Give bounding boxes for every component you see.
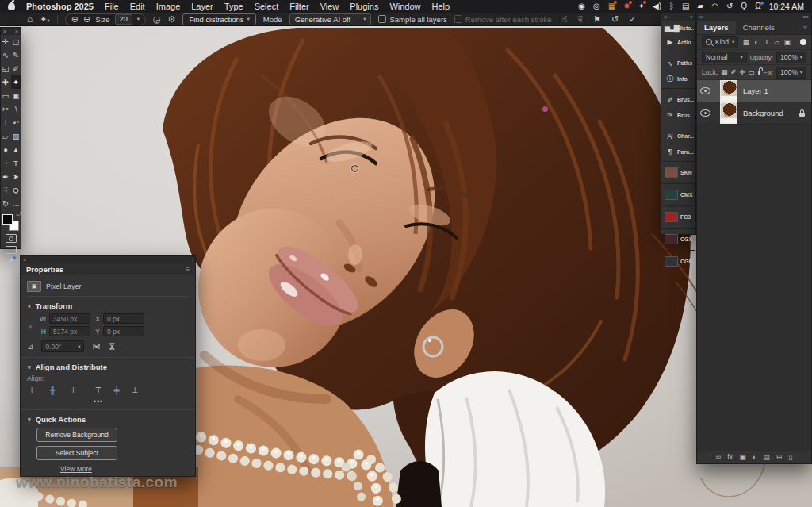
group-layers-icon[interactable]: ▤ bbox=[763, 454, 770, 461]
view-more-link[interactable]: View More bbox=[60, 465, 92, 473]
rotate-view-tool[interactable]: ↻ bbox=[1, 197, 11, 210]
paths-panel[interactable]: ∿ Paths bbox=[661, 52, 695, 71]
collapse-icon[interactable]: » bbox=[15, 29, 18, 34]
reset-icon[interactable]: ↺ bbox=[611, 14, 619, 25]
menu-item[interactable]: Plugins bbox=[350, 2, 378, 11]
more-tools[interactable]: … bbox=[11, 197, 21, 210]
swirl-app-icon[interactable]: ✹ bbox=[623, 2, 630, 10]
marquee-tool[interactable]: ▢ bbox=[11, 35, 21, 48]
menu-item[interactable]: Image bbox=[156, 2, 181, 11]
find-distractions-button[interactable]: Find distractions▾ bbox=[182, 13, 255, 25]
color-swatches[interactable]: ⤾ bbox=[2, 213, 21, 232]
menu-item[interactable]: Help bbox=[432, 2, 450, 11]
fill-value[interactable]: 100%▾ bbox=[776, 67, 806, 79]
size-value[interactable]: 20 bbox=[115, 14, 132, 25]
select-subject-button[interactable]: Select Subject bbox=[36, 446, 117, 460]
brush-tool[interactable]: ∖ bbox=[11, 102, 21, 116]
layer-thumbnail[interactable] bbox=[720, 102, 737, 124]
swap-colors-icon[interactable]: ⤾ bbox=[17, 211, 21, 217]
quick-actions-header[interactable]: ∨ Quick Actions bbox=[27, 415, 189, 424]
apple-menu-icon[interactable] bbox=[8, 2, 15, 10]
user-switch-icon[interactable]: Ω bbox=[755, 2, 760, 10]
filter-toggle[interactable] bbox=[800, 39, 806, 45]
panel-menu-icon[interactable]: ≡ bbox=[803, 24, 807, 32]
lock-artboard-icon[interactable]: ▭ bbox=[749, 68, 755, 76]
spot-healing-tool[interactable]: ✚ bbox=[1, 75, 11, 89]
layer-row-layer-1[interactable]: Layer 1 bbox=[697, 80, 811, 102]
object-selection-tool[interactable]: ✎ bbox=[11, 48, 21, 62]
gradient-tool[interactable]: ▨ bbox=[11, 129, 21, 143]
patch-tool[interactable]: ▭ bbox=[1, 89, 11, 102]
filter-adjustment-layers-icon[interactable]: ◐ bbox=[752, 38, 760, 46]
menu-item[interactable]: Select bbox=[255, 2, 279, 11]
close-icon[interactable]: × bbox=[3, 29, 6, 34]
layer-thumbnail[interactable] bbox=[720, 80, 737, 102]
chevron-down-icon[interactable]: ▾ bbox=[137, 16, 140, 22]
character-panel[interactable]: A| Char... bbox=[661, 125, 695, 144]
screen-mirror-icon[interactable]: ◎ bbox=[593, 2, 600, 10]
cmx2-panel[interactable]: CMX 2 bbox=[661, 183, 695, 203]
menu-item[interactable]: View bbox=[320, 2, 339, 11]
zoom-tool[interactable]: Ϙ bbox=[11, 183, 21, 197]
tab-layers[interactable]: Layers bbox=[697, 21, 736, 34]
checkbox[interactable] bbox=[378, 15, 386, 23]
eyedropper-tool[interactable]: ✐ bbox=[11, 62, 21, 75]
histogram-panel[interactable]: ▅▂▇ Histo... bbox=[661, 21, 695, 35]
decrease-size-icon[interactable]: ⊖ bbox=[83, 15, 90, 24]
flip-horizontal-icon[interactable]: ⋈ bbox=[92, 342, 100, 351]
more-align-options-button[interactable]: ••• bbox=[75, 398, 122, 405]
notif-app-icon[interactable]: ✦ bbox=[638, 2, 645, 10]
thumbs-up-icon[interactable]: ☝ bbox=[562, 14, 568, 25]
wifi-icon[interactable]: ◠ bbox=[711, 2, 718, 10]
paragraph-panel[interactable]: ¶ Para... bbox=[661, 144, 695, 159]
lock-position-icon[interactable]: ✛ bbox=[739, 68, 745, 76]
opacity-value[interactable]: 100%▾ bbox=[776, 52, 806, 63]
new-layer-icon[interactable]: ⊞ bbox=[776, 454, 783, 461]
filter-smart-objects-icon[interactable]: ▣ bbox=[783, 38, 791, 46]
dodge-tool[interactable]: ◔ bbox=[1, 156, 11, 170]
history-brush-tool[interactable]: ↶ bbox=[11, 116, 21, 129]
width-input[interactable]: 3450 px bbox=[49, 313, 90, 324]
spotlight-icon[interactable]: Ϙ bbox=[741, 2, 747, 10]
layer-row-background[interactable]: Background bbox=[697, 102, 811, 125]
actions-panel[interactable]: ▶ Actio... bbox=[661, 35, 695, 49]
align-horizontal-centers-icon[interactable]: ╫ bbox=[47, 386, 58, 394]
cgx-panel[interactable]: CGX bbox=[661, 228, 695, 248]
path-selection-tool[interactable]: ➤ bbox=[11, 170, 21, 183]
type-tool[interactable]: T bbox=[11, 156, 21, 170]
gear-icon[interactable]: ⚙ bbox=[168, 15, 176, 24]
volume-icon[interactable]: ◀) bbox=[653, 2, 661, 10]
lock-all-icon[interactable] bbox=[758, 71, 760, 75]
bluetooth-icon[interactable]: ᛒ bbox=[669, 2, 674, 10]
blur-tool[interactable]: ● bbox=[1, 143, 11, 156]
adjustment-layer-icon[interactable]: ◐ bbox=[753, 454, 756, 461]
time-machine-icon[interactable]: ↺ bbox=[726, 2, 733, 10]
close-icon[interactable]: × bbox=[664, 14, 667, 20]
visibility-eye-icon[interactable] bbox=[700, 87, 710, 94]
clock[interactable]: 10:24 AM bbox=[769, 2, 804, 11]
screen-mode-icon[interactable] bbox=[6, 246, 17, 254]
smudge-tool[interactable]: ☟ bbox=[1, 183, 11, 197]
mode-select[interactable]: Generative AI off▾ bbox=[289, 13, 372, 25]
lock-pixels-icon[interactable]: ✐ bbox=[730, 68, 736, 76]
close-icon[interactable]: × bbox=[699, 14, 703, 20]
blend-mode-select[interactable]: Normal▾ bbox=[702, 52, 747, 63]
foreground-color[interactable] bbox=[2, 214, 13, 225]
record-icon[interactable]: ◉ bbox=[578, 2, 585, 10]
y-input[interactable]: 0 px bbox=[103, 326, 144, 336]
content-aware-move-tool[interactable]: ✂ bbox=[1, 102, 11, 116]
align-right-edges-icon[interactable]: ⊣ bbox=[65, 386, 76, 394]
visibility-eye-icon[interactable] bbox=[700, 109, 710, 117]
angle-input[interactable]: 0.00°▾ bbox=[41, 340, 84, 352]
tab-channels[interactable]: Channels bbox=[736, 21, 782, 34]
cgp-panel[interactable]: CGP bbox=[661, 250, 695, 270]
display-icon[interactable]: ▤ bbox=[682, 2, 689, 10]
link-layers-icon[interactable]: ∞ bbox=[716, 454, 721, 461]
layer-name[interactable]: Layer 1 bbox=[743, 86, 768, 95]
align-vertical-centers-icon[interactable]: ╪ bbox=[111, 386, 122, 394]
lock-transparent-icon[interactable]: ▦ bbox=[721, 68, 727, 76]
brush-angle-icon[interactable]: ◶ bbox=[153, 15, 161, 24]
layer-effects-icon[interactable]: fx bbox=[727, 454, 733, 461]
remove-background-button[interactable]: Remove Background bbox=[36, 428, 117, 442]
filter-shape-layers-icon[interactable]: ▱ bbox=[772, 38, 781, 46]
